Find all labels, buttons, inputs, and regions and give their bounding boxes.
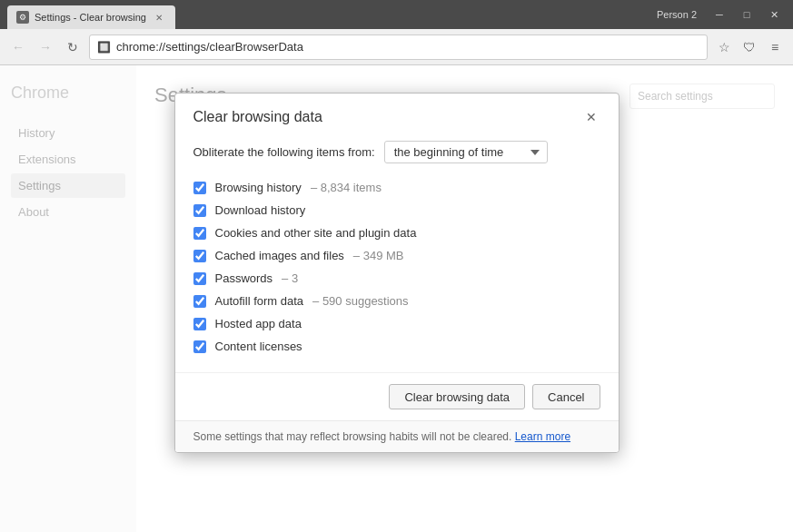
tab-close-button[interactable]: ✕: [152, 10, 166, 25]
main-area: Chrome History Extensions Settings About…: [0, 65, 793, 532]
checkbox-hosted-app-label: Hosted app data: [215, 317, 302, 330]
close-button[interactable]: ✕: [762, 6, 786, 23]
checkbox-browsing-history: Browsing history – 8,834 items: [193, 176, 600, 199]
time-range-select[interactable]: the beginning of time the past hour the …: [384, 141, 548, 163]
checkbox-download-history-label: Download history: [215, 203, 306, 217]
checkbox-cached-images-count: – 349 MB: [353, 249, 404, 262]
checkbox-browsing-history-label: Browsing history: [215, 181, 302, 194]
checkbox-passwords-input[interactable]: [193, 272, 206, 285]
checkbox-passwords-count: – 3: [282, 271, 298, 285]
shield-button[interactable]: 🛡: [738, 36, 760, 58]
modal-footer: Clear browsing data Cancel: [175, 372, 619, 420]
modal-note: Some settings that may reflect browsing …: [175, 420, 619, 452]
checkbox-cookies-label: Cookies and other site and plugin data: [215, 226, 417, 240]
address-bar[interactable]: 🔲 chrome://settings/clearBrowserData: [89, 34, 708, 60]
checkbox-download-history: Download history: [193, 199, 600, 222]
back-button[interactable]: ←: [7, 36, 29, 58]
modal-close-button[interactable]: ✕: [582, 108, 600, 126]
nav-bar: ← → ↻ 🔲 chrome://settings/clearBrowserDa…: [0, 29, 793, 65]
modal-wrapper: Clear browsing data ✕ Obliterate the fol…: [0, 65, 793, 532]
clear-browsing-dialog: Clear browsing data ✕ Obliterate the fol…: [174, 93, 620, 453]
checkbox-download-history-input[interactable]: [193, 204, 206, 217]
title-bar: ⚙ Settings - Clear browsing ✕ Person 2 ─…: [0, 0, 793, 29]
modal-note-text: Some settings that may reflect browsing …: [193, 430, 512, 443]
tab-bar: ⚙ Settings - Clear browsing ✕: [7, 0, 651, 29]
window-controls: Person 2 ─ □ ✕: [657, 6, 786, 23]
clear-browsing-data-button[interactable]: Clear browsing data: [389, 384, 525, 409]
obliterate-row: Obliterate the following items from: the…: [193, 141, 600, 163]
forward-button[interactable]: →: [35, 36, 56, 58]
modal-title: Clear browsing data: [193, 109, 322, 125]
checkbox-hosted-app: Hosted app data: [193, 312, 600, 335]
minimize-button[interactable]: ─: [708, 6, 731, 23]
checkbox-cached-images: Cached images and files – 349 MB: [193, 244, 600, 267]
checkbox-cached-images-input[interactable]: [193, 250, 206, 262]
cancel-button[interactable]: Cancel: [532, 384, 600, 409]
checkbox-cookies-input[interactable]: [193, 227, 206, 240]
refresh-button[interactable]: ↻: [62, 36, 84, 58]
obliterate-label: Obliterate the following items from:: [193, 145, 375, 159]
checkbox-autofill: Autofill form data – 590 suggestions: [193, 290, 600, 312]
address-text: chrome://settings/clearBrowserData: [116, 40, 699, 54]
checkbox-hosted-app-input[interactable]: [193, 318, 206, 330]
star-button[interactable]: ☆: [713, 36, 735, 58]
active-tab[interactable]: ⚙ Settings - Clear browsing ✕: [7, 5, 175, 29]
modal-body: Obliterate the following items from: the…: [175, 133, 619, 372]
modal-header: Clear browsing data ✕: [175, 94, 619, 133]
nav-actions: ☆ 🛡 ≡: [713, 36, 786, 58]
tab-title: Settings - Clear browsing: [35, 12, 146, 23]
checkbox-content-licenses-input[interactable]: [193, 340, 206, 353]
checkbox-passwords: Passwords – 3: [193, 267, 600, 290]
checkbox-browsing-history-input[interactable]: [193, 182, 206, 194]
checkbox-browsing-history-count: – 8,834 items: [311, 181, 382, 194]
checkbox-cookies: Cookies and other site and plugin data: [193, 222, 600, 244]
checkbox-cached-images-label: Cached images and files: [215, 249, 344, 262]
checkbox-autofill-input[interactable]: [193, 295, 206, 308]
checkbox-content-licenses-label: Content licenses: [215, 340, 302, 353]
checkbox-content-licenses: Content licenses: [193, 335, 600, 358]
menu-button[interactable]: ≡: [764, 36, 786, 58]
maximize-button[interactable]: □: [735, 6, 758, 23]
checkbox-passwords-label: Passwords: [215, 271, 273, 285]
checkbox-autofill-count: – 590 suggestions: [312, 294, 409, 308]
person-label: Person 2: [657, 9, 697, 20]
address-icon: 🔲: [97, 41, 111, 54]
checkbox-autofill-label: Autofill form data: [215, 294, 304, 308]
tab-favicon: ⚙: [16, 11, 29, 24]
learn-more-link[interactable]: Learn more: [515, 430, 570, 443]
